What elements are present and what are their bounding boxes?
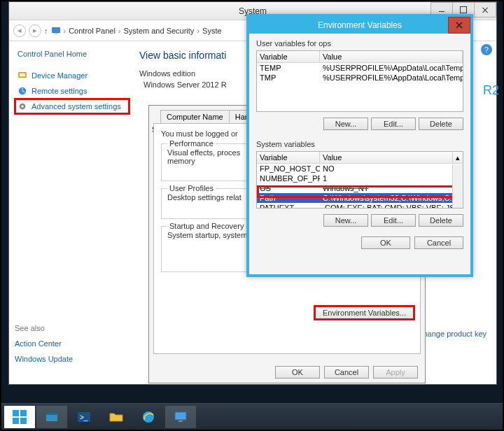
svg-rect-0: [52, 27, 59, 32]
up-icon[interactable]: ↑: [44, 27, 48, 35]
svg-rect-17: [178, 421, 183, 422]
sys-vars-list[interactable]: Variable Value ▴ FP_NO_HOST_CH... NO NUM…: [256, 151, 463, 209]
svg-rect-3: [20, 73, 25, 76]
sys-vars-label: System variables: [256, 140, 463, 148]
list-item[interactable]: TEMP %USERPROFILE%\AppData\Local\Temp: [257, 63, 463, 73]
server-manager-icon: [44, 409, 59, 425]
control-panel-home[interactable]: Control Panel Home: [18, 50, 127, 58]
svg-rect-9: [13, 418, 19, 424]
scroll-up-icon[interactable]: ▴: [453, 152, 463, 163]
close-button[interactable]: [474, 2, 496, 17]
apply-button[interactable]: Apply: [373, 366, 418, 379]
env-title-text: Environment Variables: [318, 20, 402, 30]
taskbar-powershell[interactable]: >_: [69, 406, 99, 428]
svg-rect-16: [175, 412, 186, 420]
taskbar-explorer[interactable]: [101, 406, 132, 428]
powershell-icon: >_: [76, 409, 92, 425]
user-new-button[interactable]: New...: [323, 118, 368, 130]
svg-rect-12: [46, 413, 57, 415]
sidebar-item-label: Remote settings: [31, 87, 87, 95]
system-icon: [173, 409, 188, 425]
taskbar[interactable]: >_: [1, 403, 503, 430]
svg-rect-10: [20, 418, 27, 424]
sys-delete-button[interactable]: Delete: [419, 214, 463, 227]
taskbar-server-manager[interactable]: [36, 406, 67, 428]
cancel-button[interactable]: Cancel: [324, 366, 369, 379]
sidebar-item-remote-settings[interactable]: Remote settings: [15, 83, 130, 99]
close-button[interactable]: [448, 17, 470, 34]
svg-rect-8: [20, 410, 27, 416]
see-also-windows-update[interactable]: Windows Update: [15, 355, 130, 363]
taskbar-system[interactable]: [165, 406, 196, 428]
r2-badge: R2: [483, 83, 499, 98]
user-edit-button[interactable]: Edit...: [371, 118, 416, 130]
list-item[interactable]: PATHEXT .COM;.EXE;.BAT;.CMD;.VBS;.VBE;.J…: [257, 203, 463, 209]
remote-icon: [18, 86, 27, 96]
ie-icon: [141, 409, 156, 425]
env-cancel-button[interactable]: Cancel: [414, 236, 463, 249]
env-titlebar[interactable]: Environment Variables: [249, 17, 470, 34]
col-variable[interactable]: Variable: [257, 51, 320, 62]
ok-button[interactable]: OK: [275, 366, 320, 379]
environment-variables-button[interactable]: Environment Variables...: [315, 306, 414, 319]
user-vars-list[interactable]: Variable Value TEMP %USERPROFILE%\AppDat…: [256, 50, 463, 112]
tab-computer-name[interactable]: Computer Name: [160, 110, 230, 123]
list-item[interactable]: FP_NO_HOST_CH... NO: [257, 164, 463, 174]
start-button[interactable]: [4, 406, 35, 428]
back-icon[interactable]: ◂: [13, 24, 26, 37]
list-item[interactable]: TMP %USERPROFILE%\AppData\Local\Temp: [257, 73, 463, 83]
sidebar-item-device-manager[interactable]: Device Manager: [15, 68, 130, 83]
left-panel: Control Panel Home Device Manager Remote…: [9, 41, 135, 384]
change-product-key[interactable]: Change product key: [418, 330, 486, 338]
col-value[interactable]: Value: [320, 152, 453, 163]
see-also-action-center[interactable]: Action Center: [15, 339, 130, 348]
svg-rect-7: [13, 410, 19, 416]
sidebar-item-label: Advanced system settings: [31, 102, 121, 111]
taskbar-ie[interactable]: [133, 406, 164, 428]
folder-icon: [108, 409, 124, 425]
windows-icon: [13, 410, 27, 424]
environment-variables-dialog: Environment Variables User variables for…: [246, 14, 473, 277]
list-item[interactable]: OS Windows_NT: [257, 183, 463, 193]
sys-new-button[interactable]: New...: [323, 214, 368, 227]
user-delete-button[interactable]: Delete: [419, 118, 463, 130]
sidebar-item-advanced-settings[interactable]: Advanced system settings: [15, 99, 130, 114]
forward-icon[interactable]: ▸: [29, 24, 41, 37]
sys-edit-button[interactable]: Edit...: [371, 214, 416, 227]
svg-text:>_: >_: [80, 414, 88, 421]
see-also-heading: See also: [15, 324, 130, 332]
env-ok-button[interactable]: OK: [361, 236, 410, 249]
col-value[interactable]: Value: [320, 51, 463, 62]
device-icon: [18, 71, 27, 80]
list-item-path[interactable]: Path C:\Windows\system32;C:\Windows;C:\W…: [257, 193, 463, 203]
sidebar-item-label: Device Manager: [31, 71, 88, 80]
user-vars-label: User variables for ops: [256, 39, 463, 48]
computer-icon: [51, 26, 61, 36]
svg-rect-1: [54, 33, 57, 34]
list-item[interactable]: NUMBER_OF_PRO... 1: [257, 174, 463, 183]
col-variable[interactable]: Variable: [257, 152, 320, 163]
svg-point-6: [21, 105, 24, 108]
gear-icon: [18, 101, 27, 111]
props-footer: OK Cancel Apply: [149, 366, 425, 379]
